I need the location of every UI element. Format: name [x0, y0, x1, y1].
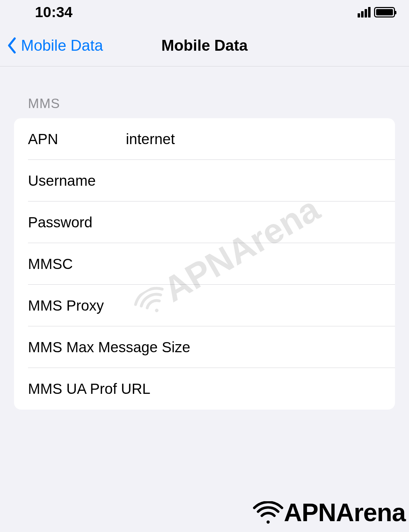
mmsc-row[interactable]: MMSC: [14, 243, 395, 285]
apn-label: APN: [28, 131, 126, 148]
status-bar: 10:34: [0, 0, 409, 24]
mms-max-input[interactable]: [190, 339, 381, 356]
mms-proxy-input[interactable]: [104, 297, 381, 314]
wifi-icon: [252, 501, 284, 524]
watermark-bottom: APNArena: [252, 498, 406, 527]
cellular-signal-icon: [358, 7, 371, 17]
mms-ua-row[interactable]: MMS UA Prof URL: [14, 368, 395, 410]
username-label: Username: [28, 172, 126, 189]
username-input[interactable]: [126, 172, 381, 189]
mms-max-label: MMS Max Message Size: [28, 339, 190, 356]
mms-ua-input[interactable]: [150, 381, 381, 397]
password-input[interactable]: [126, 214, 381, 231]
mms-proxy-label: MMS Proxy: [28, 297, 104, 314]
content-area: MMS APN Username Password MMSC MMS Proxy…: [0, 66, 409, 410]
battery-icon: [374, 7, 395, 17]
section-header-mms: MMS: [14, 66, 395, 118]
page-title: Mobile Data: [162, 37, 248, 54]
password-label: Password: [28, 214, 126, 231]
back-button[interactable]: Mobile Data: [7, 37, 103, 54]
mmsc-label: MMSC: [28, 256, 126, 272]
status-time: 10:34: [35, 4, 72, 21]
username-row[interactable]: Username: [14, 160, 395, 201]
watermark-text: APNArena: [284, 498, 406, 527]
chevron-left-icon: [7, 37, 17, 54]
mms-max-row[interactable]: MMS Max Message Size: [14, 326, 395, 368]
apn-input[interactable]: [126, 131, 381, 148]
back-label: Mobile Data: [21, 37, 103, 54]
apn-row[interactable]: APN: [14, 118, 395, 160]
mmsc-input[interactable]: [126, 256, 381, 272]
settings-group-mms: APN Username Password MMSC MMS Proxy MMS…: [14, 118, 395, 410]
navigation-header: Mobile Data Mobile Data: [0, 24, 409, 66]
status-indicators: [358, 7, 395, 17]
mms-proxy-row[interactable]: MMS Proxy: [14, 285, 395, 326]
mms-ua-label: MMS UA Prof URL: [28, 381, 150, 397]
password-row[interactable]: Password: [14, 201, 395, 243]
